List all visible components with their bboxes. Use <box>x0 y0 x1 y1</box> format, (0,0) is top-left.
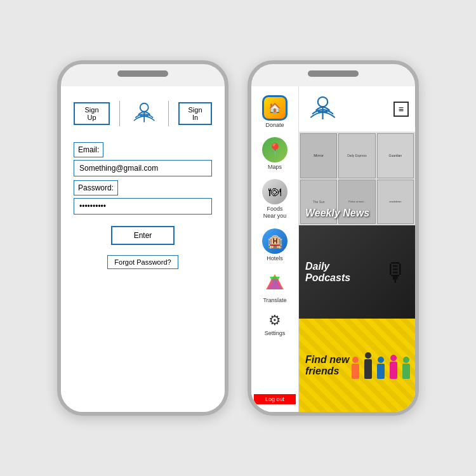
figure-5 <box>400 357 412 379</box>
translate-label: Translate <box>263 297 286 303</box>
password-label-box: Password: <box>74 182 212 193</box>
email-label-box: Email: <box>74 143 212 155</box>
hotels-icon: 🏨 <box>262 228 288 254</box>
logout-button[interactable]: Log out <box>254 394 296 404</box>
sign-in-button[interactable]: Sign In <box>178 102 212 125</box>
app-screen: 🏠 Donate 📍 Maps 🍽 FoodsNear you <box>251 86 415 412</box>
unhcr-logo <box>129 96 159 131</box>
password-input[interactable] <box>74 198 212 215</box>
donate-label: Donate <box>265 122 284 128</box>
foods-label: FoodsNear you <box>263 206 287 220</box>
find-friends-card[interactable]: Find newfriends <box>299 319 415 412</box>
figure-1 <box>350 357 361 379</box>
svg-point-7 <box>318 97 327 107</box>
settings-icon: ⚙ <box>268 312 281 329</box>
main-content: ≡ Mirror Daily Express <box>299 86 415 412</box>
sign-up-button[interactable]: Sign Up <box>74 102 110 125</box>
sidebar-item-maps[interactable]: 📍 Maps <box>251 133 298 174</box>
left-phone: Sign Up Sign In Email: <box>57 60 228 416</box>
email-input[interactable] <box>74 160 212 176</box>
svg-marker-6 <box>267 279 282 289</box>
hotels-label: Hotels <box>267 255 283 261</box>
login-screen: Sign Up Sign In Email: <box>61 86 225 412</box>
find-friends-label: Find newfriends <box>305 354 349 377</box>
sidebar-item-settings[interactable]: ⚙ Settings <box>251 308 298 340</box>
sidebar-item-translate[interactable]: Translate <box>251 267 298 307</box>
microphone-icon: 🎙 <box>383 258 409 286</box>
password-label: Password: <box>74 180 118 195</box>
friends-figures <box>350 352 412 379</box>
right-phone: 🏠 Donate 📍 Maps 🍽 FoodsNear you <box>248 60 419 416</box>
app-header: ≡ <box>299 86 415 132</box>
settings-label: Settings <box>265 330 286 336</box>
vertical-divider-2 <box>168 101 169 126</box>
email-label: Email: <box>74 142 103 157</box>
figure-2 <box>362 352 374 379</box>
enter-button[interactable]: Enter <box>111 226 175 245</box>
daily-podcasts-card[interactable]: 🎙 DailyPodcasts <box>299 225 415 319</box>
maps-icon: 📍 <box>262 137 288 162</box>
sidebar-item-hotels[interactable]: 🏨 Hotels <box>251 225 298 265</box>
weekly-news-label: Weekly News <box>305 208 369 219</box>
weekly-news-card[interactable]: Mirror Daily Express Guardian The Sun <box>299 132 415 225</box>
content-cards: Mirror Daily Express Guardian The Sun <box>299 132 415 412</box>
translate-icon <box>262 270 288 296</box>
forgot-password-button[interactable]: Forgot Password? <box>107 255 178 269</box>
sidebar-item-foods[interactable]: 🍽 FoodsNear you <box>251 175 298 223</box>
maps-label: Maps <box>268 164 282 170</box>
figure-4 <box>388 355 399 379</box>
sidebar: 🏠 Donate 📍 Maps 🍽 FoodsNear you <box>251 86 299 412</box>
sidebar-item-donate[interactable]: 🏠 Donate <box>251 91 298 132</box>
svg-point-0 <box>140 103 149 112</box>
figure-3 <box>375 357 387 379</box>
login-form: Email: Password: Enter Forgot Password? <box>74 143 212 269</box>
foods-icon: 🍽 <box>262 179 288 204</box>
hamburger-menu-button[interactable]: ≡ <box>393 102 409 117</box>
app-logo <box>305 91 340 126</box>
daily-podcasts-label: DailyPodcasts <box>305 261 350 284</box>
donate-icon: 🏠 <box>262 95 288 121</box>
vertical-divider <box>119 101 120 126</box>
